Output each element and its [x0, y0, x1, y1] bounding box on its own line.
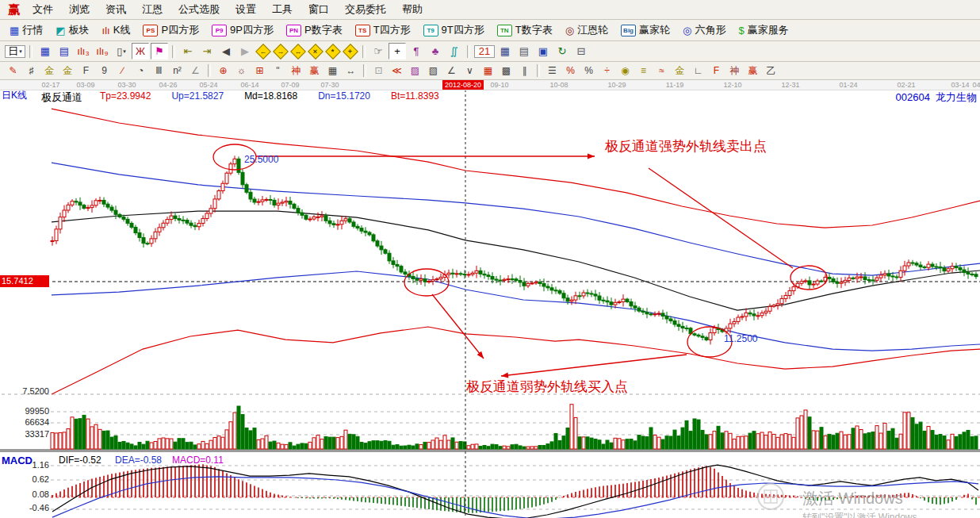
period-day-selector[interactable]: 日▾	[5, 45, 25, 58]
winner-grid-icon[interactable]: 赢	[306, 63, 323, 79]
quote-grid-icon: ▦	[10, 25, 19, 36]
menu-browse[interactable]: 浏览	[61, 2, 98, 17]
p-square-button[interactable]: PSP四方形	[136, 21, 205, 39]
god-angle-icon[interactable]: 神	[726, 63, 743, 79]
printer-icon[interactable]: ⊟	[572, 43, 590, 59]
quote-list-icon[interactable]: ▤	[56, 43, 73, 59]
pan-hand-icon[interactable]: ☞	[369, 43, 387, 59]
three-bars-icon[interactable]: ılı₃	[75, 43, 92, 59]
notes-icon[interactable]: ▤	[515, 43, 533, 59]
kline-button[interactable]: ılıK线	[96, 21, 137, 39]
quotes-button[interactable]: ▦行情	[3, 21, 49, 39]
gann-wheel-icon: ◎	[565, 25, 574, 36]
menu-news[interactable]: 资讯	[98, 2, 134, 17]
gann-plus-icon[interactable]: +	[343, 44, 358, 59]
star-grid-icon[interactable]: ☼	[233, 63, 250, 79]
j-angle-icon[interactable]: ∟	[690, 63, 706, 79]
n-squared-icon[interactable]: n²	[169, 63, 186, 79]
flag-icon[interactable]: ⚑	[151, 43, 168, 59]
t-square-button[interactable]: TST四方形	[349, 21, 417, 39]
f-angle-icon[interactable]: F	[708, 63, 725, 79]
gann-fan-icon[interactable]: ≪	[389, 63, 405, 79]
remote-update-icon[interactable]: ↻	[553, 43, 571, 59]
gann-star-icon[interactable]: *	[325, 44, 341, 59]
winner-angle-icon[interactable]: 赢	[745, 63, 761, 79]
wave-shape-icon[interactable]: ∬	[446, 43, 463, 59]
fan-box2-icon[interactable]: ▧	[425, 63, 442, 79]
nine-t-square-button[interactable]: T99T四方形	[417, 21, 491, 39]
brush-tool-icon[interactable]: ∕	[114, 63, 131, 79]
next-page-icon[interactable]: ▶	[236, 43, 254, 59]
save-icon[interactable]: ▣	[534, 43, 552, 59]
gold-scale2-icon[interactable]: 金	[59, 63, 76, 79]
winner-wheel-button[interactable]: Big赢家轮	[614, 21, 676, 39]
multi-window-icon[interactable]: ▦	[36, 43, 54, 59]
timeline-bar[interactable]: 02-1703-0903-3004-2605-2406-1407-0907-30…	[0, 80, 980, 90]
draw-pen-icon[interactable]: ✎	[5, 63, 21, 79]
panel-period-label: 日K线	[2, 89, 27, 102]
percent-strike-icon[interactable]: %	[562, 63, 579, 79]
gold-circle-icon[interactable]: ◉	[617, 63, 634, 79]
mirror-angle-icon[interactable]: ∠	[187, 63, 204, 79]
prev-page-icon[interactable]: ◀	[217, 43, 235, 59]
menu-settings[interactable]: 设置	[228, 2, 264, 17]
t-number-table-button[interactable]: TNT数字表	[491, 21, 559, 39]
fan-box-icon[interactable]: ▨	[407, 63, 423, 79]
z-angle-icon[interactable]: 乙	[763, 63, 779, 79]
f-scale-icon[interactable]: F	[78, 63, 94, 79]
percent-levels-icon[interactable]: ÷	[599, 63, 615, 79]
winner-service-button[interactable]: $赢家服务	[732, 21, 794, 39]
menu-file[interactable]: 文件	[25, 2, 61, 17]
gann-shape-icon[interactable]: ♣	[427, 43, 444, 59]
wave-brush-icon[interactable]: ≈	[653, 63, 670, 79]
first-page-icon[interactable]: ⇤	[179, 43, 197, 59]
red-grid-box-icon[interactable]: ⊞	[251, 63, 268, 79]
numbered-grid-icon[interactable]: ▦	[324, 63, 341, 79]
gann-right-icon[interactable]: →	[273, 44, 289, 59]
sectors-button[interactable]: ◩板块	[49, 21, 95, 39]
dark-grid-icon[interactable]: ▩	[498, 63, 515, 79]
toolbar-separator	[172, 45, 175, 58]
gann-wheel-button[interactable]: ◎江恩轮	[559, 21, 614, 39]
gold-scale-icon[interactable]: 金	[41, 63, 58, 79]
red-grid-icon[interactable]: ▦	[480, 63, 496, 79]
menu-formula-stockpick[interactable]: 公式选股	[170, 2, 228, 17]
nine-bars-icon[interactable]: ılı₉	[94, 43, 111, 59]
price-bars-icon[interactable]: ☰	[544, 63, 561, 79]
candle-style-selector[interactable]: ▯▾	[113, 43, 130, 59]
gann-wheel-button-label: 江恩轮	[577, 23, 608, 37]
percent-icon[interactable]: %	[580, 63, 597, 79]
gold-levels-icon[interactable]: ≡	[635, 63, 652, 79]
last-page-icon[interactable]: ⇥	[198, 43, 216, 59]
calendar-icon[interactable]: 21	[474, 45, 495, 58]
nine-p-square-button[interactable]: P99P四方形	[205, 21, 280, 39]
spiral-9-icon[interactable]: 9	[96, 63, 113, 79]
v-lines-icon[interactable]: ∨	[461, 63, 478, 79]
parallel-lines-icon[interactable]: ∥	[516, 63, 533, 79]
gann-cross-icon[interactable]: ×	[308, 44, 323, 59]
k-quote-icon[interactable]: ʺ	[270, 63, 286, 79]
menu-tools[interactable]: 工具	[264, 2, 301, 17]
menu-help[interactable]: 帮助	[394, 2, 431, 17]
god-grid-icon[interactable]: 神	[288, 63, 304, 79]
width-measure-icon[interactable]: ↔	[343, 63, 359, 79]
ruler2-icon[interactable]: Ⅲ	[151, 63, 167, 79]
menu-window[interactable]: 窗口	[301, 2, 337, 17]
annotate-icon[interactable]: ¶	[408, 43, 425, 59]
frame-box-icon[interactable]: ⊡	[370, 63, 387, 79]
kline-style-icon[interactable]: Ж	[132, 43, 149, 59]
angle-lines-icon[interactable]: ∠	[443, 63, 460, 79]
crosshair-icon[interactable]: +	[389, 43, 406, 59]
gann-left-icon[interactable]: ←	[255, 44, 271, 59]
calculator-icon[interactable]: ▦	[496, 43, 514, 59]
scale-ruler-icon[interactable]: ♯	[23, 63, 40, 79]
p-square-button-label: P四方形	[161, 23, 199, 37]
gann-leftright-icon[interactable]: ↔	[290, 44, 306, 59]
gold-angle-icon[interactable]: 金	[672, 63, 688, 79]
time-cycle-icon[interactable]: ◔	[132, 63, 149, 79]
target-circle-icon[interactable]: ⊕	[215, 63, 232, 79]
menu-gann[interactable]: 江恩	[134, 2, 170, 17]
hexagon-button[interactable]: ◎六角形	[676, 21, 732, 39]
menu-trade-order[interactable]: 交易委托	[337, 2, 394, 17]
p-number-table-button[interactable]: PNP数字表	[280, 21, 349, 39]
